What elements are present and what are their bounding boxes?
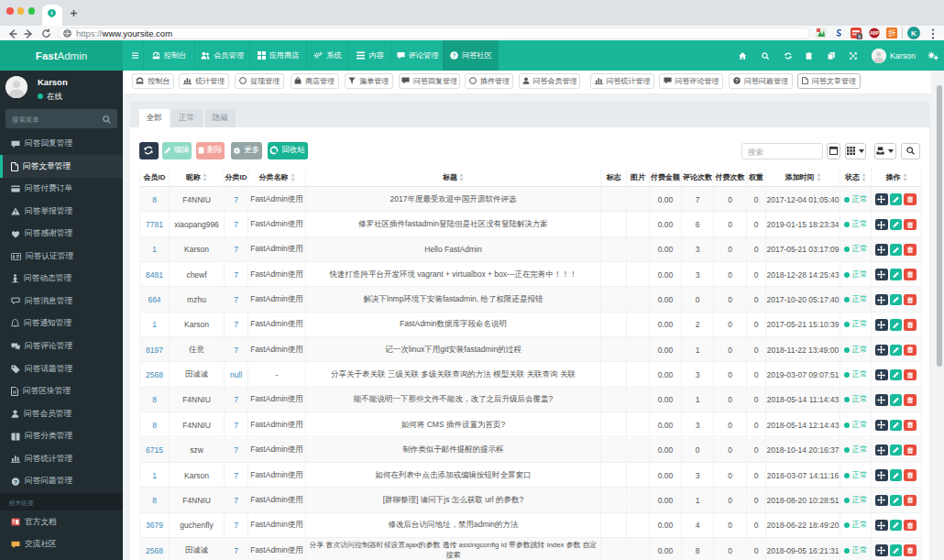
svg-text:6: 6 [858, 33, 861, 38]
svg-text:?: ? [735, 78, 738, 83]
svg-text:?: ? [453, 52, 456, 59]
svg-text:?: ? [14, 479, 17, 485]
svg-text:ABP: ABP [870, 31, 879, 36]
svg-text:折: 折 [888, 28, 896, 38]
